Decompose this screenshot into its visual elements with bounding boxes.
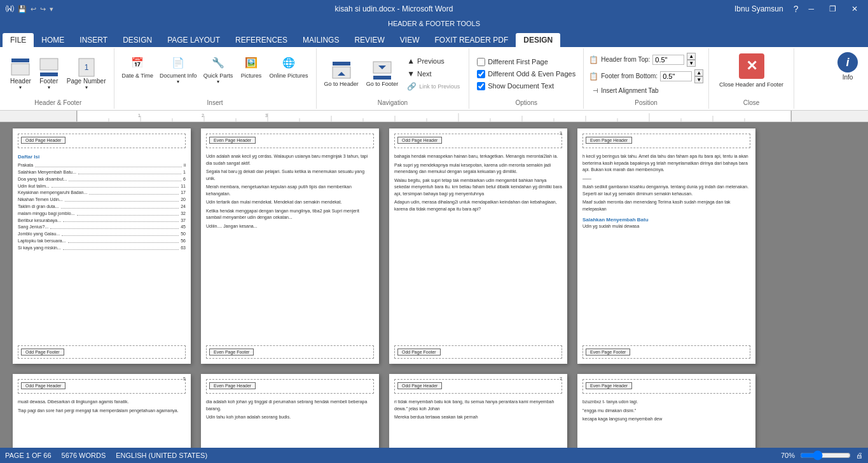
toc-item: Laptopku tak bersuara...56 <box>18 238 186 244</box>
ruler-inner: 1 2 3 <box>76 111 792 121</box>
footer-from-bottom-label: Footer from Bottom: <box>601 73 658 79</box>
content-paragraph: "engga mu dimakan disini." <box>582 408 750 415</box>
ribbon-group-position: 📋 Header from Top: ▲ ▼ 📋 Footer from Bot… <box>584 48 709 109</box>
tab-page-layout[interactable]: PAGE LAYOUT <box>160 33 228 47</box>
word-icon: 🄦 <box>5 4 14 14</box>
footer-spin-down[interactable]: ▼ <box>694 76 703 83</box>
ribbon-tabs: FILE HOME INSERT DESIGN PAGE LAYOUT REFE… <box>0 29 868 47</box>
footer-button[interactable]: Footer ▾ <box>36 56 62 92</box>
tab-home[interactable]: HOME <box>34 33 72 47</box>
chapter-subtitle: Udin yg sudah mulai dewasa <box>582 223 750 230</box>
options-group-label: Options <box>515 97 537 106</box>
status-right: 70% 🖨 <box>781 450 863 460</box>
content-paragraph: bzuznbxz t- tanya udon lagi. <box>582 399 750 406</box>
previous-button[interactable]: ▲ Previous <box>403 55 464 67</box>
footer-from-bottom-input[interactable] <box>660 71 692 81</box>
tab-foxit[interactable]: FOXIT READER PDF <box>427 33 516 47</box>
go-to-header-icon <box>331 60 352 81</box>
close-button[interactable]: ✕ <box>846 3 863 15</box>
zoom-slider[interactable] <box>800 450 851 460</box>
tab-review[interactable]: REVIEW <box>347 33 392 47</box>
close-x-icon: ✕ <box>739 53 764 79</box>
close-hf-label: Close Header and Footer <box>719 81 783 88</box>
tab-file[interactable]: FILE <box>3 33 34 47</box>
header-from-top-input[interactable] <box>652 55 684 65</box>
date-time-button[interactable]: 📅 Date & Time <box>120 51 156 80</box>
page-content: bahagia hendak menaspekan hainan baru, t… <box>394 151 562 345</box>
header-icon <box>10 57 31 78</box>
close-group-label: Close <box>743 97 760 106</box>
tab-insert[interactable]: INSERT <box>72 33 115 47</box>
document-info-icon: 📄 <box>168 52 188 73</box>
close-header-footer-button[interactable]: ✕ Close Header and Footer <box>714 51 789 90</box>
show-document-text-check[interactable]: Show Document Text <box>474 81 578 91</box>
different-first-page-checkbox[interactable] <box>477 58 485 66</box>
help-icon[interactable]: ? <box>794 4 799 14</box>
tab-references[interactable]: REFERENCES <box>228 33 295 47</box>
content-paragraph: bahagia hendak menaspekan hainan baru, t… <box>394 153 562 160</box>
quick-access-save[interactable]: 💾 <box>18 5 27 13</box>
restore-button[interactable]: ❐ <box>824 3 841 15</box>
quick-access-redo[interactable]: ↪ <box>40 5 46 13</box>
toc-item-title: Sang Jenius?... <box>18 224 48 230</box>
toc-item-title: Taklim di gran duta... <box>18 204 59 210</box>
page-1: Odd Page HeaderDaftar IsiPrakataiiSalahk… <box>13 128 191 364</box>
toc-item-title: Prakata <box>18 162 33 169</box>
previous-icon: ▲ <box>407 57 415 66</box>
toc-item-title: Salahkan Menyembah Batu... <box>18 169 76 176</box>
insert-alignment-tab-button[interactable]: ⊣ Insert Alignment Tab <box>589 86 703 95</box>
footer-spin-up[interactable]: ▲ <box>694 69 703 76</box>
header-button[interactable]: Header ▾ <box>8 56 34 92</box>
tab-mailings[interactable]: MAILINGS <box>295 33 347 47</box>
page-2: Even Page HeaderUdin adalah anak kecil y… <box>201 128 379 364</box>
link-to-previous-button[interactable]: 🔗 Link to Previous <box>403 81 464 92</box>
different-first-page-check[interactable]: Different First Page <box>474 57 578 67</box>
header-icon-small: 📋 <box>589 55 598 64</box>
svg-rect-1 <box>11 64 29 75</box>
page-header-label: Odd Page Header <box>21 137 65 144</box>
toc-item-page: 20 <box>181 197 186 203</box>
quick-access-customize[interactable]: ▾ <box>50 5 53 13</box>
view-print-icon[interactable]: 🖨 <box>856 452 863 459</box>
navigation-row: Go to Header Go to Footer ▲ Previous ▼ N… <box>322 51 464 97</box>
tab-design2[interactable]: DESIGN <box>516 33 560 47</box>
content-paragraph: Udin tahu koh johan adalah seorang budis… <box>206 414 374 421</box>
toc-item: Nikahan Temen Udin...20 <box>18 197 186 203</box>
page-header-area: Even Page Header <box>582 134 750 148</box>
pictures-icon: 🖼️ <box>241 52 261 73</box>
page-content: bzuznbxz t- tanya udon lagi."engga mu di… <box>582 396 750 448</box>
ribbon-group-close: ✕ Close Header and Footer Close <box>709 48 794 109</box>
go-to-header-button[interactable]: Go to Header <box>322 59 361 88</box>
user-name: Ibnu Syamsun <box>734 4 783 13</box>
go-to-footer-button[interactable]: Go to Footer <box>364 59 401 88</box>
svg-rect-3 <box>40 59 58 70</box>
online-pictures-button[interactable]: 🌐 Online Pictures <box>267 51 311 80</box>
toc-item-title: Keyakinan mempengaruhi Badan... <box>18 190 87 196</box>
page-footer-label: Odd Page Footer <box>21 349 64 356</box>
next-button[interactable]: ▼ Next <box>403 68 464 79</box>
page-number-button[interactable]: 1 Page Number ▾ <box>64 56 109 92</box>
different-odd-even-checkbox[interactable] <box>477 70 485 78</box>
toc-dots <box>65 197 179 202</box>
toc-item-page: 17 <box>181 190 186 196</box>
show-document-text-checkbox[interactable] <box>477 82 485 90</box>
svg-rect-7 <box>333 62 350 66</box>
pictures-button[interactable]: 🖼️ Pictures <box>237 51 266 80</box>
different-odd-even-check[interactable]: Different Odd & Even Pages <box>474 69 578 79</box>
tab-design[interactable]: DESIGN <box>115 33 160 47</box>
document-info-button[interactable]: 📄 Document Info ▾ <box>157 51 200 86</box>
header-spin-up[interactable]: ▲ <box>687 53 696 60</box>
minimize-button[interactable]: ─ <box>803 3 819 15</box>
chapter-title: Salahkan Menyembah Batu <box>582 216 750 223</box>
page-header-label: Odd Page Header <box>21 382 65 389</box>
header-spin-down[interactable]: ▼ <box>687 60 696 67</box>
quick-parts-button[interactable]: 🔧 Quick Parts ▾ <box>201 51 236 86</box>
tab-view[interactable]: VIEW <box>392 33 427 47</box>
toc-dots <box>69 176 181 181</box>
info-button[interactable]: i Info <box>835 51 860 82</box>
page-header-area: Even Page Header <box>582 379 750 394</box>
page-footer-area: Odd Page Footer <box>18 345 186 359</box>
toc-dots <box>35 162 182 167</box>
quick-access-undo[interactable]: ↩ <box>31 5 36 13</box>
page-header-label: Even Page Header <box>586 137 632 144</box>
